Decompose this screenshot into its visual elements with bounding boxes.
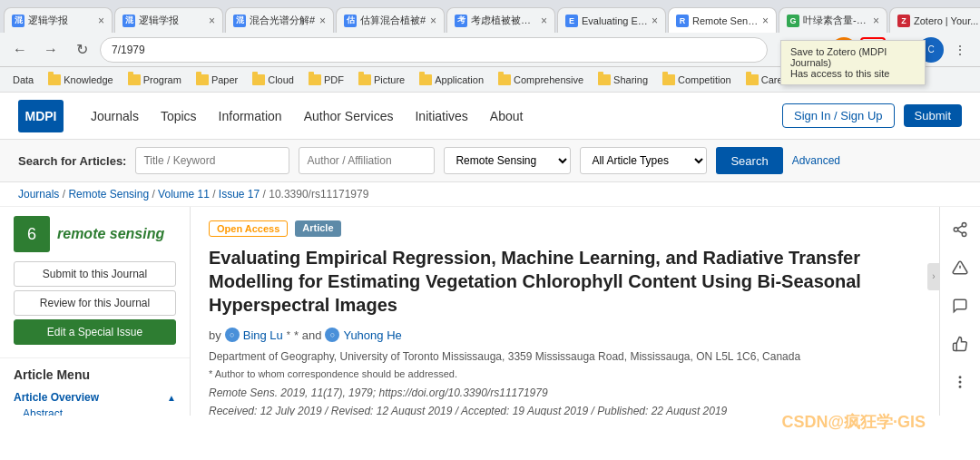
tab-4[interactable]: 估 估算混合植被# × — [336, 7, 445, 33]
article-section: Open Access Article Evaluating Empirical… — [191, 207, 939, 416]
svg-point-2 — [962, 232, 966, 237]
share-icon[interactable] — [946, 216, 974, 243]
tab-6[interactable]: E Evaluating Em... × — [557, 7, 666, 33]
main-content: 6 remote sensing Submit to this Journal … — [0, 207, 980, 416]
badge-row: Open Access Article — [209, 220, 921, 237]
bookmark-paper[interactable]: Paper — [191, 73, 243, 87]
author2-orcid-icon: ○ — [325, 328, 339, 342]
menu-button[interactable]: ⋮ — [947, 37, 973, 63]
address-bar[interactable]: 7/1979 — [100, 37, 768, 63]
bookmark-program-label: Program — [143, 74, 181, 85]
nav-author-services[interactable]: Author Services — [304, 109, 394, 123]
bookmark-cloud-label: Cloud — [268, 74, 294, 85]
search-label: Search for Articles: — [18, 154, 126, 168]
article-overview-chevron-icon: ▲ — [167, 393, 176, 403]
tab-8-close[interactable]: × — [873, 15, 879, 27]
and-text: * and — [294, 328, 321, 342]
bookmark-knowledge[interactable]: Knowledge — [43, 73, 118, 87]
article-type-select[interactable]: All Article Types — [580, 147, 707, 174]
tab-8[interactable]: G 叶绿素含量-G... × — [779, 7, 887, 33]
refresh-button[interactable]: ↻ — [69, 37, 94, 63]
breadcrumb-volume[interactable]: Volume 11 — [158, 188, 210, 201]
alert-icon[interactable] — [946, 254, 974, 281]
forward-button[interactable]: → — [38, 37, 64, 63]
tab-7-close[interactable]: × — [762, 15, 769, 27]
tab-9[interactable]: Z Zotero | Your... × — [889, 7, 980, 33]
nav-topics[interactable]: Topics — [161, 109, 197, 123]
bookmark-cloud[interactable]: Cloud — [247, 73, 299, 87]
bookmark-sharing-folder-icon — [598, 74, 611, 85]
bookmark-knowledge-label: Knowledge — [64, 74, 113, 85]
journal-logo-image: 6 — [14, 216, 50, 252]
expand-handle[interactable]: › — [927, 263, 940, 290]
submit-journal-button[interactable]: Submit to this Journal — [14, 261, 176, 287]
tab-2[interactable]: 混 逻辑学报 × — [114, 7, 223, 33]
tab-6-close[interactable]: × — [652, 15, 658, 27]
bookmark-pdf-label: PDF — [324, 74, 344, 85]
breadcrumb-journals[interactable]: Journals — [18, 188, 59, 201]
bookmark-comprehensive-folder-icon — [498, 74, 511, 85]
authors-row: by ○ Bing Lu * * and ○ Yuhong He — [209, 328, 921, 342]
bookmark-comprehensive[interactable]: Comprehensive — [493, 73, 589, 87]
nav-initiatives[interactable]: Initiatives — [415, 109, 467, 123]
breadcrumb-issue[interactable]: Issue 17 — [219, 188, 260, 201]
tab-3[interactable]: 混 混合光谱分解# × — [225, 7, 334, 33]
article-type-badge: Article — [295, 220, 340, 237]
tab-1[interactable]: 混 逻辑学报 × — [4, 7, 113, 33]
signin-button[interactable]: Sign In / Sign Up — [782, 103, 895, 128]
advanced-search-link[interactable]: Advanced — [792, 154, 840, 167]
bookmark-knowledge-folder-icon — [48, 74, 61, 85]
journal-logo-area: 6 remote sensing — [14, 216, 176, 252]
open-access-badge: Open Access — [209, 220, 288, 237]
title-keyword-input[interactable] — [135, 147, 289, 174]
more-icon[interactable] — [946, 368, 974, 396]
author2-link[interactable]: Yuhong He — [343, 328, 401, 342]
submit-button[interactable]: Submit — [904, 104, 962, 127]
thumbsup-icon[interactable] — [946, 330, 974, 357]
tab-3-close[interactable]: × — [319, 15, 326, 27]
bookmark-pdf[interactable]: PDF — [303, 73, 349, 87]
tab-4-title: 估算混合植被# — [360, 14, 426, 27]
bookmark-sharing-label: Sharing — [613, 74, 648, 85]
tab-4-close[interactable]: × — [430, 15, 436, 27]
back-button[interactable]: ← — [7, 37, 33, 63]
bookmark-competition-label: Competition — [678, 74, 731, 85]
bookmark-data[interactable]: Data — [7, 73, 39, 87]
bookmark-cloud-folder-icon — [252, 74, 265, 85]
nav-journals[interactable]: Journals — [91, 109, 139, 123]
logo-box: MDPI — [18, 100, 64, 132]
svg-point-1 — [954, 228, 958, 232]
review-journal-button[interactable]: Review for this Journal — [14, 290, 176, 316]
bookmark-program-folder-icon — [128, 74, 141, 85]
bookmark-sharing[interactable]: Sharing — [593, 73, 653, 87]
nav-right: Sign In / Sign Up Submit — [782, 103, 962, 128]
svg-point-8 — [959, 381, 961, 383]
journal-select[interactable]: Remote Sensing — [444, 147, 571, 174]
browser-chrome: 混 逻辑学报 × 混 逻辑学报 × 混 混合光谱分解# × 估 估算混合植被# … — [0, 0, 980, 93]
svg-point-0 — [962, 223, 966, 228]
tab-2-close[interactable]: × — [209, 15, 215, 27]
tab-5-close[interactable]: × — [541, 15, 547, 27]
journal-ref-link[interactable]: Remote Sens. 2019, 11(17), 1979; https:/… — [209, 387, 548, 399]
bookmark-application[interactable]: Application — [414, 73, 489, 87]
author-affiliation-input[interactable] — [299, 147, 435, 174]
zotero-tooltip-line1: Save to Zotero (MDPI Journals) — [790, 46, 916, 68]
special-issue-button[interactable]: Edit a Special Issue — [14, 319, 176, 345]
tab-7-active[interactable]: R Remote Sensi... × — [668, 7, 777, 33]
bookmark-picture[interactable]: Picture — [353, 73, 410, 87]
tab-1-close[interactable]: × — [98, 15, 104, 27]
journal-ref: Remote Sens. 2019, 11(17), 1979; https:/… — [209, 387, 921, 399]
breadcrumb-remote-sensing[interactable]: Remote Sensing — [68, 188, 149, 201]
search-button[interactable]: Search — [716, 147, 782, 174]
author1-link[interactable]: Bing Lu — [243, 328, 283, 342]
svg-line-4 — [957, 226, 962, 229]
comment-icon[interactable] — [946, 292, 974, 319]
nav-about[interactable]: About — [490, 109, 524, 123]
bookmark-competition[interactable]: Competition — [657, 73, 737, 87]
menu-abstract[interactable]: Abstract — [14, 406, 176, 416]
tab-5[interactable]: 考 考虑植被被红边动# × — [446, 7, 555, 33]
bookmark-program[interactable]: Program — [122, 73, 187, 87]
article-overview-header[interactable]: Article Overview ▲ — [14, 389, 176, 406]
journal-name: remote sensing — [57, 226, 164, 242]
nav-information[interactable]: Information — [219, 109, 282, 123]
